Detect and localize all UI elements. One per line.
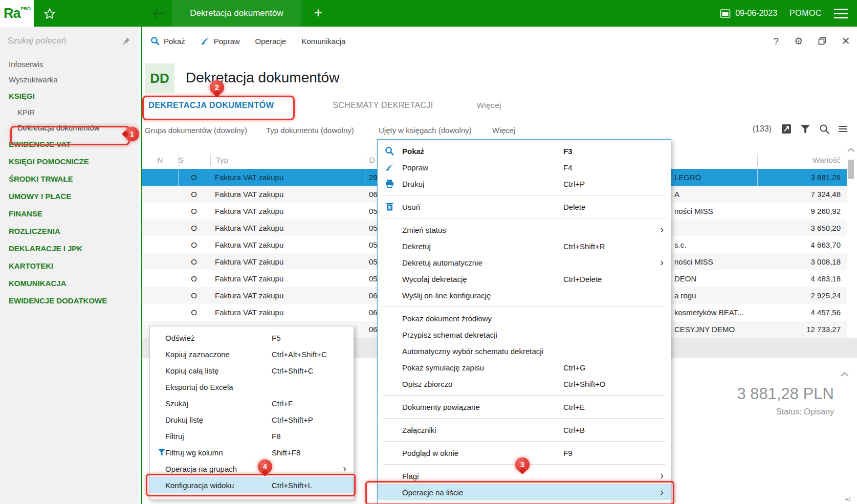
submenu-arrow-icon: › (660, 470, 664, 480)
favorites-star-icon[interactable] (43, 7, 56, 20)
work-date[interactable]: 09-06-2023 (720, 8, 777, 18)
menu-item-dekretuj[interactable]: DekretujCtrl+Shift+R (378, 238, 671, 254)
menu-item-zmien-status[interactable]: Zmień status› (378, 222, 671, 238)
menu-item-popraw[interactable]: PoprawF4 (378, 159, 671, 176)
column-header-value[interactable]: Wartość (813, 156, 841, 164)
help-menu[interactable]: POMOC (789, 9, 822, 18)
tab-more[interactable]: Więcej (477, 101, 501, 110)
submenu-arrow-icon: › (660, 257, 664, 267)
annotation-badge-1: 1 (125, 127, 139, 141)
menu-item-konfiguracja-widoku[interactable]: Konfiguracja widokuCtrl+Shift+L (150, 477, 354, 493)
restore-window-icon[interactable] (818, 37, 826, 45)
page-title: Dekretacja dokumentów (186, 70, 339, 86)
column-header-s[interactable]: S (178, 154, 210, 166)
collapse-summary-icon[interactable] (841, 371, 849, 377)
menu-separator (383, 218, 666, 218)
sidebar-item-kpir[interactable]: KPiR (0, 104, 139, 120)
sidebar-item-wyszukiwarka[interactable]: Wyszukiwarka (0, 72, 139, 87)
filter-in-books[interactable]: Ujęty w księgach (dowolny) (379, 126, 472, 135)
row-count: (133) (753, 124, 772, 134)
filter-document-group[interactable]: Grupa dokumentów (dowolny) (145, 126, 247, 135)
new-tab-plus-icon[interactable]: + (311, 7, 325, 20)
submenu-arrow-icon: › (343, 463, 346, 473)
menu-item-opisz-zbiorczo[interactable]: Opisz zbiorczoCtrl+Shift+O (378, 376, 671, 392)
main-menu-hamburger-icon[interactable] (834, 9, 848, 18)
submenu-arrow-icon: › (660, 224, 664, 234)
export-icon[interactable] (781, 124, 792, 134)
menu-item-operacja-na-grupach[interactable]: Operacja na grupach› (150, 461, 354, 477)
filter-bar: Grupa dokumentów (dowolny) Typ dokumentu… (145, 123, 857, 139)
menu-separator (383, 306, 666, 307)
column-header-n[interactable]: N (142, 156, 178, 164)
command-search[interactable]: Szukaj poleceń (0, 27, 139, 56)
submenu-arrow-icon: › (660, 487, 664, 497)
back-arrow-icon[interactable] (151, 7, 166, 19)
menu-item-kopiuj-zaznaczone[interactable]: Kopiuj zaznaczoneCtrl+Alt+Shift+C (150, 346, 354, 362)
tab-title: Dekretacja dokumentów (190, 8, 283, 18)
search-list-icon[interactable] (819, 124, 829, 134)
sidebar-item-infoserwis[interactable]: Infoserwis (0, 56, 139, 72)
filter-document-type[interactable]: Typ dokumentu (dowolny) (266, 126, 354, 135)
sidebar-item-umowy-i-place[interactable]: UMOWY I PŁACE (0, 187, 139, 205)
menu-item-zalaczniki[interactable]: ZałącznikiCtrl+B (378, 422, 671, 438)
module-tabs: DEKRETACJA DOKUMENTÓW SCHEMATY DEKRETACJ… (148, 100, 501, 110)
filter-funnel-icon[interactable] (800, 124, 810, 134)
annotation-badge-3: 3 (515, 457, 530, 472)
column-divider (757, 154, 758, 166)
menu-item-pokaz-symulacje-zapisu[interactable]: Pokaż symulację zapisuCtrl+G (378, 359, 671, 376)
sidebar-item-rozliczenia[interactable]: ROZLICZENIA (0, 222, 139, 239)
menu-item-wycofaj-dekretacje[interactable]: Wycofaj dekretacjęCtrl+Delete (378, 271, 671, 287)
annotation-badge-4: 4 (258, 459, 272, 474)
pin-icon[interactable] (122, 37, 130, 46)
open-module-tab[interactable]: Dekretacja dokumentów (171, 0, 302, 27)
menu-item-dokumenty-powiazane[interactable]: Dokumenty powiązaneCtrl+E (378, 399, 671, 415)
app-logo[interactable]: RaPRO (0, 0, 34, 27)
menu-item-drukuj-liste[interactable]: Drukuj listęCtrl+Shift+P (150, 411, 354, 428)
sidebar-item-kartoteki[interactable]: KARTOTEKI (0, 257, 139, 274)
menu-separator (383, 418, 666, 419)
list-options-icon[interactable] (838, 125, 848, 133)
menu-item-kopiuj-cala-liste[interactable]: Kopiuj całą listęCtrl+Shift+C (150, 362, 354, 379)
menu-item-przypisz-schemat-dekretacji[interactable]: Przypisz schemat dekretacji (378, 326, 671, 343)
menu-item-szukaj[interactable]: SzukajCtrl+F (150, 395, 354, 411)
sidebar-nav: Infoserwis Wyszukiwarka KSIĘGI KPiR Dekr… (0, 56, 139, 309)
menu-item-filtruj[interactable]: FiltrujF8 (150, 428, 354, 444)
scrollbar-up-icon[interactable] (847, 147, 854, 152)
selected-status: Status: Opisany (776, 407, 834, 417)
sidebar-item-deklaracje-i-jpk[interactable]: DEKLARACJE I JPK (0, 239, 139, 257)
sidebar-item-ewidencje-vat[interactable]: EWIDENCJE VAT (0, 135, 139, 152)
menu-item-operacje-na-liscie[interactable]: Operacje na liście› (378, 484, 671, 500)
toolbar-show-button[interactable]: Pokaż (145, 33, 190, 49)
module-badge: DD (145, 63, 174, 93)
sidebar-item-ewidencje-dodatkowe[interactable]: EWIDENCJE DODATKOWE (0, 292, 139, 309)
sidebar-item-finanse[interactable]: FINANSE (0, 205, 139, 222)
search-icon (384, 146, 395, 156)
menu-item-wyslij-online-konfiguracje[interactable]: Wyślij on-line konfigurację (378, 287, 671, 303)
menu-item-dekretuj-automatycznie[interactable]: Dekretuj automatycznie› (378, 254, 671, 271)
tab-schematy-dekretacji[interactable]: SCHEMATY DEKRETACJI (333, 101, 433, 110)
scrollbar-thumb[interactable] (848, 160, 854, 179)
menu-item-pokaz-dokument-zrodlowy[interactable]: Pokaż dokument źródłowy (378, 310, 671, 326)
menu-item-pokaz[interactable]: PokażF3 (378, 143, 671, 159)
toolbar-operations-menu[interactable]: Operacje (250, 34, 292, 49)
settings-gear-icon[interactable]: ⚙ (794, 36, 803, 46)
menu-item-automatyczny-wybor-schematu[interactable]: Automatyczny wybór schematu dekretacji (378, 343, 671, 359)
menu-item-filtruj-wg-kolumn[interactable]: Filtruj wg kolumnShift+F8 (150, 444, 354, 461)
help-icon[interactable]: ? (774, 36, 779, 46)
menu-item-usun[interactable]: UsuńDelete (378, 199, 671, 215)
filter-more[interactable]: Więcej (492, 126, 515, 135)
sidebar-item-komunikacja[interactable]: KOMUNIKACJA (0, 274, 139, 292)
toolbar-communication-menu[interactable]: Komunikacja (296, 34, 350, 49)
sidebar-item-dekretacja-dokumentow[interactable]: Dekretacja dokumentów (0, 120, 139, 135)
sidebar-item-ksiegi-pomocnicze[interactable]: KSIĘGI POMOCNICZE (0, 152, 139, 170)
toolbar-edit-button[interactable]: Popraw (195, 33, 245, 49)
menu-item-eksportuj-do-excela[interactable]: Eksportuj do Excela (150, 379, 354, 395)
menu-item-odswiez[interactable]: OdświeżF5 (150, 330, 354, 346)
sidebar-item-srodki-trwale[interactable]: ŚRODKI TRWAŁE (0, 170, 139, 187)
close-icon[interactable]: × (842, 34, 850, 48)
column-header-typ[interactable]: Typ (210, 154, 365, 166)
sidebar-item-ksiegi[interactable]: KSIĘGI (0, 87, 139, 104)
record-context-menu: PokażF3 PoprawF4 DrukujCtrl+P UsuńDelete… (377, 139, 671, 504)
tab-dekretacja-dokumentow[interactable]: DEKRETACJA DOKUMENTÓW (148, 100, 274, 110)
menu-item-drukuj[interactable]: DrukujCtrl+P (378, 176, 671, 192)
